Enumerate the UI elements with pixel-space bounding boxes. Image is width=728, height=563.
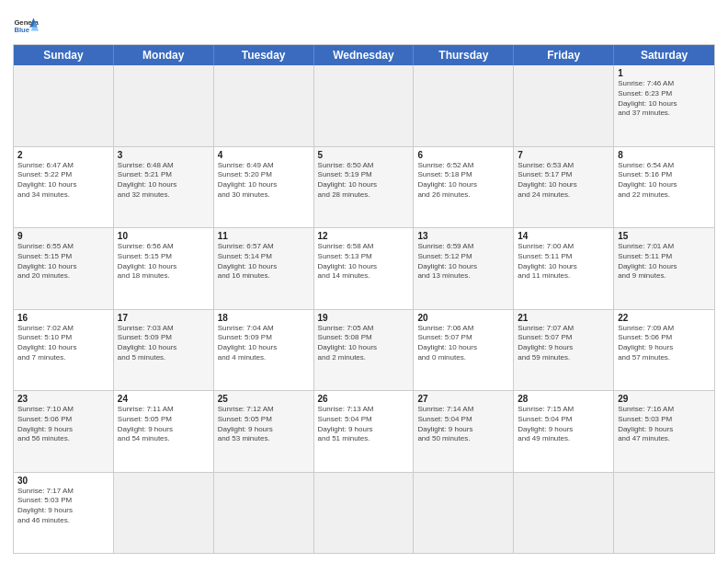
day-of-week-friday: Friday xyxy=(514,45,614,65)
calendar-cell-1-3: 5Sunrise: 6:50 AM Sunset: 5:19 PM Daylig… xyxy=(314,147,415,228)
day-of-week-saturday: Saturday xyxy=(614,45,714,65)
calendar-cell-0-3 xyxy=(314,65,415,146)
calendar-cell-4-2: 25Sunrise: 7:12 AM Sunset: 5:05 PM Dayli… xyxy=(214,391,314,472)
calendar-row-5: 30Sunrise: 7:17 AM Sunset: 5:03 PM Dayli… xyxy=(14,472,714,554)
day-info: Sunrise: 6:54 AM Sunset: 5:16 PM Dayligh… xyxy=(618,161,711,201)
calendar-cell-4-4: 27Sunrise: 7:14 AM Sunset: 5:04 PM Dayli… xyxy=(414,391,514,472)
calendar-cell-5-3 xyxy=(314,473,415,554)
day-info: Sunrise: 6:57 AM Sunset: 5:14 PM Dayligh… xyxy=(218,242,310,282)
day-number: 22 xyxy=(618,313,711,323)
day-number: 2 xyxy=(17,150,109,160)
day-number: 19 xyxy=(318,313,410,323)
calendar-cell-3-0: 16Sunrise: 7:02 AM Sunset: 5:10 PM Dayli… xyxy=(14,310,114,391)
day-number: 14 xyxy=(518,231,609,241)
day-info: Sunrise: 6:47 AM Sunset: 5:22 PM Dayligh… xyxy=(17,161,109,201)
calendar-row-4: 23Sunrise: 7:10 AM Sunset: 5:06 PM Dayli… xyxy=(14,390,714,472)
day-number: 13 xyxy=(417,231,509,241)
day-number: 18 xyxy=(218,313,310,323)
calendar-cell-5-1 xyxy=(114,473,214,554)
day-number: 12 xyxy=(318,231,410,241)
day-info: Sunrise: 6:59 AM Sunset: 5:12 PM Dayligh… xyxy=(417,242,509,282)
day-number: 27 xyxy=(417,394,509,404)
day-info: Sunrise: 6:49 AM Sunset: 5:20 PM Dayligh… xyxy=(218,161,310,201)
calendar-cell-2-3: 12Sunrise: 6:58 AM Sunset: 5:13 PM Dayli… xyxy=(314,228,415,309)
day-of-week-wednesday: Wednesday xyxy=(314,45,415,65)
calendar-cell-5-5 xyxy=(514,473,614,554)
calendar-cell-5-6 xyxy=(614,473,714,554)
calendar-cell-4-6: 29Sunrise: 7:16 AM Sunset: 5:03 PM Dayli… xyxy=(614,391,714,472)
day-number: 24 xyxy=(118,394,210,404)
calendar-cell-4-1: 24Sunrise: 7:11 AM Sunset: 5:05 PM Dayli… xyxy=(114,391,214,472)
calendar-body: 1Sunrise: 7:46 AM Sunset: 6:23 PM Daylig… xyxy=(14,65,714,553)
calendar-cell-2-5: 14Sunrise: 7:00 AM Sunset: 5:11 PM Dayli… xyxy=(514,228,614,309)
page-header: General Blue xyxy=(13,9,715,39)
day-number: 30 xyxy=(17,476,109,486)
day-number: 7 xyxy=(518,150,609,160)
calendar-cell-2-1: 10Sunrise: 6:56 AM Sunset: 5:15 PM Dayli… xyxy=(114,228,214,309)
day-number: 10 xyxy=(118,231,210,241)
day-info: Sunrise: 7:16 AM Sunset: 5:03 PM Dayligh… xyxy=(618,405,711,444)
calendar-cell-1-4: 6Sunrise: 6:52 AM Sunset: 5:18 PM Daylig… xyxy=(414,147,514,228)
day-info: Sunrise: 7:03 AM Sunset: 5:09 PM Dayligh… xyxy=(118,324,210,363)
day-number: 9 xyxy=(17,231,109,241)
calendar: SundayMondayTuesdayWednesdayThursdayFrid… xyxy=(13,44,715,554)
calendar-cell-1-1: 3Sunrise: 6:48 AM Sunset: 5:21 PM Daylig… xyxy=(114,147,214,228)
calendar-cell-1-6: 8Sunrise: 6:54 AM Sunset: 5:16 PM Daylig… xyxy=(614,147,714,228)
calendar-cell-5-2 xyxy=(214,473,314,554)
calendar-cell-3-2: 18Sunrise: 7:04 AM Sunset: 5:09 PM Dayli… xyxy=(214,310,314,391)
day-number: 11 xyxy=(218,231,310,241)
day-info: Sunrise: 6:53 AM Sunset: 5:17 PM Dayligh… xyxy=(518,161,609,201)
day-of-week-monday: Monday xyxy=(114,45,214,65)
day-info: Sunrise: 7:02 AM Sunset: 5:10 PM Dayligh… xyxy=(17,324,109,363)
day-number: 26 xyxy=(318,394,410,404)
day-info: Sunrise: 6:56 AM Sunset: 5:15 PM Dayligh… xyxy=(118,242,210,282)
day-info: Sunrise: 7:14 AM Sunset: 5:04 PM Dayligh… xyxy=(417,405,509,444)
calendar-cell-0-1 xyxy=(114,65,214,146)
calendar-cell-0-6: 1Sunrise: 7:46 AM Sunset: 6:23 PM Daylig… xyxy=(614,65,714,146)
calendar-cell-0-4 xyxy=(414,65,514,146)
calendar-cell-1-2: 4Sunrise: 6:49 AM Sunset: 5:20 PM Daylig… xyxy=(214,147,314,228)
calendar-cell-5-4 xyxy=(414,473,514,554)
day-info: Sunrise: 7:10 AM Sunset: 5:06 PM Dayligh… xyxy=(17,405,109,444)
day-info: Sunrise: 7:00 AM Sunset: 5:11 PM Dayligh… xyxy=(518,242,609,282)
calendar-cell-3-5: 21Sunrise: 7:07 AM Sunset: 5:07 PM Dayli… xyxy=(514,310,614,391)
calendar-cell-3-3: 19Sunrise: 7:05 AM Sunset: 5:08 PM Dayli… xyxy=(314,310,415,391)
day-number: 28 xyxy=(518,394,609,404)
day-info: Sunrise: 7:05 AM Sunset: 5:08 PM Dayligh… xyxy=(318,324,410,363)
calendar-cell-1-0: 2Sunrise: 6:47 AM Sunset: 5:22 PM Daylig… xyxy=(14,147,114,228)
calendar-cell-0-2 xyxy=(214,65,314,146)
calendar-row-1: 2Sunrise: 6:47 AM Sunset: 5:22 PM Daylig… xyxy=(14,146,714,228)
calendar-cell-2-6: 15Sunrise: 7:01 AM Sunset: 5:11 PM Dayli… xyxy=(614,228,714,309)
day-info: Sunrise: 6:55 AM Sunset: 5:15 PM Dayligh… xyxy=(17,242,109,282)
day-number: 5 xyxy=(318,150,410,160)
day-info: Sunrise: 6:48 AM Sunset: 5:21 PM Dayligh… xyxy=(118,161,210,201)
calendar-cell-4-3: 26Sunrise: 7:13 AM Sunset: 5:04 PM Dayli… xyxy=(314,391,415,472)
day-info: Sunrise: 6:58 AM Sunset: 5:13 PM Dayligh… xyxy=(318,242,410,282)
calendar-cell-4-5: 28Sunrise: 7:15 AM Sunset: 5:04 PM Dayli… xyxy=(514,391,614,472)
day-number: 4 xyxy=(218,150,310,160)
calendar-cell-5-0: 30Sunrise: 7:17 AM Sunset: 5:03 PM Dayli… xyxy=(14,473,114,554)
calendar-cell-4-0: 23Sunrise: 7:10 AM Sunset: 5:06 PM Dayli… xyxy=(14,391,114,472)
day-number: 3 xyxy=(118,150,210,160)
day-of-week-sunday: Sunday xyxy=(14,45,114,65)
day-number: 25 xyxy=(218,394,310,404)
day-info: Sunrise: 7:46 AM Sunset: 6:23 PM Dayligh… xyxy=(618,79,711,119)
calendar-cell-2-0: 9Sunrise: 6:55 AM Sunset: 5:15 PM Daylig… xyxy=(14,228,114,309)
day-info: Sunrise: 7:11 AM Sunset: 5:05 PM Dayligh… xyxy=(118,405,210,444)
day-info: Sunrise: 7:07 AM Sunset: 5:07 PM Dayligh… xyxy=(518,324,609,363)
logo-icon: General Blue xyxy=(13,13,39,39)
calendar-row-0: 1Sunrise: 7:46 AM Sunset: 6:23 PM Daylig… xyxy=(14,65,714,146)
calendar-cell-3-6: 22Sunrise: 7:09 AM Sunset: 5:06 PM Dayli… xyxy=(614,310,714,391)
calendar-cell-3-1: 17Sunrise: 7:03 AM Sunset: 5:09 PM Dayli… xyxy=(114,310,214,391)
day-number: 8 xyxy=(618,150,711,160)
day-info: Sunrise: 7:12 AM Sunset: 5:05 PM Dayligh… xyxy=(218,405,310,444)
calendar-cell-2-4: 13Sunrise: 6:59 AM Sunset: 5:12 PM Dayli… xyxy=(414,228,514,309)
day-number: 20 xyxy=(417,313,509,323)
calendar-cell-0-0 xyxy=(14,65,114,146)
day-info: Sunrise: 6:50 AM Sunset: 5:19 PM Dayligh… xyxy=(318,161,410,201)
calendar-row-2: 9Sunrise: 6:55 AM Sunset: 5:15 PM Daylig… xyxy=(14,227,714,309)
day-of-week-thursday: Thursday xyxy=(414,45,514,65)
calendar-cell-3-4: 20Sunrise: 7:06 AM Sunset: 5:07 PM Dayli… xyxy=(414,310,514,391)
day-info: Sunrise: 7:04 AM Sunset: 5:09 PM Dayligh… xyxy=(218,324,310,363)
day-info: Sunrise: 7:17 AM Sunset: 5:03 PM Dayligh… xyxy=(17,487,109,526)
